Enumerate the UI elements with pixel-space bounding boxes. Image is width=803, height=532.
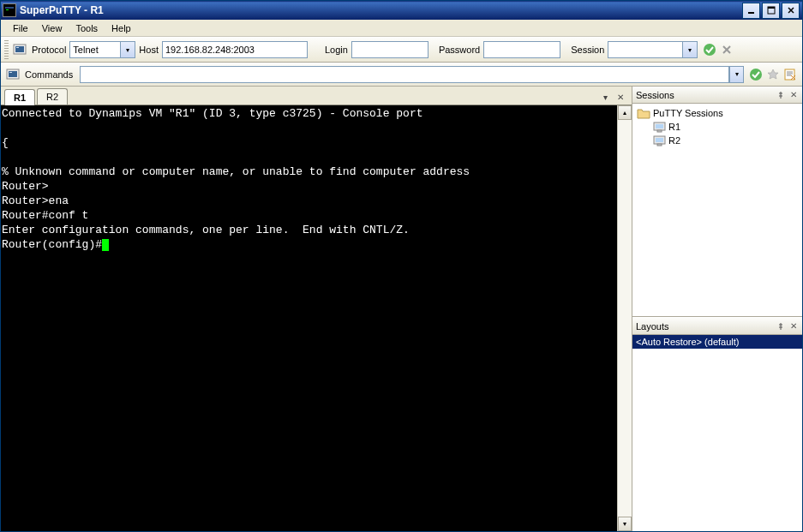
password-label: Password bbox=[439, 45, 480, 55]
script-icon[interactable] bbox=[783, 68, 797, 81]
tab-close-icon[interactable]: ✕ bbox=[614, 91, 626, 103]
commands-label: Commands bbox=[25, 69, 73, 80]
menu-tools[interactable]: Tools bbox=[69, 21, 105, 35]
app-icon bbox=[3, 3, 16, 17]
menu-file[interactable]: File bbox=[6, 21, 35, 35]
minimize-button[interactable] bbox=[742, 3, 760, 19]
svg-rect-21 bbox=[656, 124, 663, 129]
connect-icon[interactable] bbox=[703, 43, 716, 57]
pin-icon[interactable] bbox=[775, 89, 786, 100]
host-input[interactable] bbox=[162, 41, 308, 58]
toolbar-grip[interactable] bbox=[4, 40, 9, 59]
session-input[interactable] bbox=[608, 41, 683, 58]
sessions-tree: PuTTY Sessions R1 R2 bbox=[632, 104, 802, 316]
protocol-label: Protocol bbox=[32, 45, 66, 55]
password-input[interactable] bbox=[483, 41, 560, 58]
send-command-icon[interactable] bbox=[749, 68, 763, 81]
terminal-cursor bbox=[102, 239, 109, 251]
svg-rect-6 bbox=[768, 7, 775, 9]
layouts-panel: Layouts ✕ <Auto Restore> (default) bbox=[632, 317, 802, 531]
maximize-button[interactable] bbox=[762, 3, 780, 19]
sessions-panel-title: Sessions bbox=[636, 90, 674, 100]
tab-r2[interactable]: R2 bbox=[37, 88, 68, 105]
terminal-scrollbar[interactable]: ▴ ▾ bbox=[617, 105, 632, 531]
svg-rect-11 bbox=[16, 47, 19, 48]
svg-point-12 bbox=[704, 44, 716, 56]
session-item-label: R1 bbox=[668, 122, 680, 132]
monitor-icon bbox=[652, 121, 666, 133]
sessions-root[interactable]: PuTTY Sessions bbox=[635, 106, 800, 120]
svg-rect-24 bbox=[656, 138, 663, 142]
terminal-tab-strip: R1 R2 ▾ ✕ bbox=[1, 87, 632, 105]
svg-rect-17 bbox=[9, 72, 12, 73]
session-dropdown-icon[interactable]: ▾ bbox=[683, 41, 698, 58]
menu-bar: File View Tools Help bbox=[1, 20, 802, 37]
close-button[interactable] bbox=[782, 3, 800, 19]
scroll-down-icon[interactable]: ▾ bbox=[618, 517, 632, 531]
protocol-select[interactable] bbox=[69, 41, 121, 58]
pin-icon[interactable] bbox=[775, 320, 786, 332]
commands-input[interactable] bbox=[80, 66, 729, 83]
session-item-r1[interactable]: R1 bbox=[650, 120, 800, 134]
protocol-dropdown-icon[interactable]: ▾ bbox=[121, 41, 135, 58]
sessions-panel: Sessions ✕ PuTTY Sessions bbox=[632, 87, 802, 317]
svg-rect-1 bbox=[5, 7, 14, 9]
terminal-output[interactable]: Connected to Dynamips VM "R1" (ID 3, typ… bbox=[1, 105, 617, 531]
terminal-icon bbox=[6, 68, 20, 81]
window-title: SuperPuTTY - R1 bbox=[20, 4, 742, 16]
tab-menu-icon[interactable]: ▾ bbox=[599, 91, 611, 103]
svg-rect-22 bbox=[657, 130, 662, 132]
broadcast-icon[interactable] bbox=[766, 68, 780, 81]
scroll-up-icon[interactable]: ▴ bbox=[618, 105, 632, 120]
session-item-label: R2 bbox=[668, 135, 680, 146]
menu-view[interactable]: View bbox=[35, 21, 69, 35]
svg-rect-2 bbox=[5, 9, 14, 14]
svg-point-18 bbox=[750, 69, 762, 81]
sessions-root-label: PuTTY Sessions bbox=[653, 108, 723, 118]
monitor-icon bbox=[652, 134, 666, 146]
folder-icon bbox=[637, 107, 650, 119]
session-label: Session bbox=[571, 45, 604, 55]
svg-rect-3 bbox=[6, 9, 9, 10]
menu-help[interactable]: Help bbox=[105, 21, 138, 35]
title-bar: SuperPuTTY - R1 bbox=[1, 1, 802, 20]
login-label: Login bbox=[325, 45, 348, 55]
terminal-icon bbox=[13, 43, 27, 57]
session-item-r2[interactable]: R2 bbox=[650, 134, 800, 147]
host-label: Host bbox=[139, 45, 159, 55]
connection-toolbar: Protocol ▾ Host Login Password Session ▾ bbox=[1, 37, 802, 63]
panel-close-icon[interactable]: ✕ bbox=[788, 320, 799, 332]
login-input[interactable] bbox=[351, 41, 428, 58]
tab-r1[interactable]: R1 bbox=[4, 89, 35, 105]
commands-toolbar: Commands ▾ bbox=[1, 63, 802, 87]
svg-rect-25 bbox=[657, 144, 662, 146]
layouts-panel-title: Layouts bbox=[636, 321, 669, 332]
clear-icon[interactable] bbox=[720, 43, 734, 57]
layout-item[interactable]: <Auto Restore> (default) bbox=[632, 335, 802, 349]
panel-close-icon[interactable]: ✕ bbox=[788, 89, 799, 100]
commands-dropdown-icon[interactable]: ▾ bbox=[729, 66, 744, 83]
svg-rect-4 bbox=[748, 12, 754, 14]
